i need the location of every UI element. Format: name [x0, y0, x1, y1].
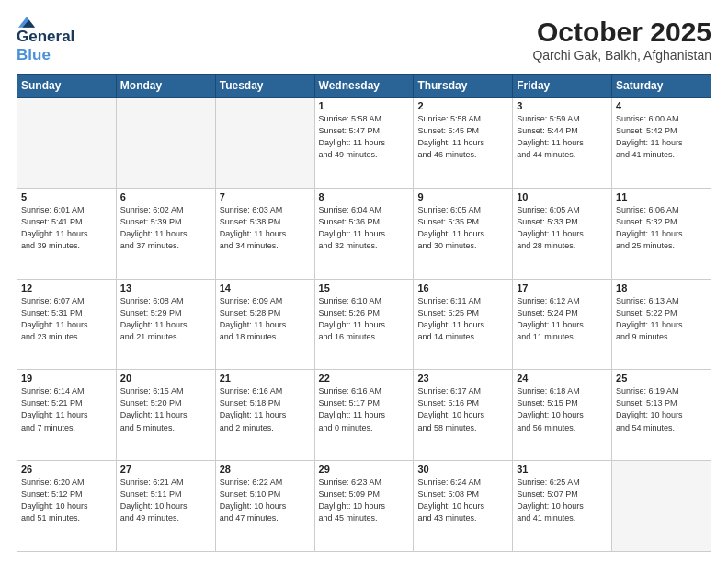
day-number: 12: [21, 282, 112, 293]
table-row: 14Sunrise: 6:09 AMSunset: 5:28 PMDayligh…: [215, 279, 314, 370]
table-row: [612, 461, 711, 552]
day-info: Sunrise: 6:16 AMSunset: 5:18 PMDaylight:…: [220, 385, 311, 433]
day-number: 25: [616, 373, 707, 384]
day-info: Sunrise: 6:17 AMSunset: 5:16 PMDaylight:…: [417, 385, 508, 433]
calendar-week-row: 26Sunrise: 6:20 AMSunset: 5:12 PMDayligh…: [17, 461, 711, 552]
day-info: Sunrise: 6:04 AMSunset: 5:36 PMDaylight:…: [319, 204, 410, 252]
calendar-week-row: 1Sunrise: 5:58 AMSunset: 5:47 PMDaylight…: [17, 98, 711, 189]
day-number: 27: [120, 464, 211, 475]
table-row: 23Sunrise: 6:17 AMSunset: 5:16 PMDayligh…: [414, 370, 513, 461]
day-info: Sunrise: 6:10 AMSunset: 5:26 PMDaylight:…: [319, 295, 410, 343]
page: General Blue October 2025 Qarchi Gak, Ba…: [0, 0, 728, 563]
col-thursday: Thursday: [414, 75, 513, 98]
calendar-table: Sunday Monday Tuesday Wednesday Thursday…: [17, 74, 711, 552]
day-info: Sunrise: 6:16 AMSunset: 5:17 PMDaylight:…: [319, 385, 410, 433]
day-info: Sunrise: 6:22 AMSunset: 5:10 PMDaylight:…: [220, 477, 311, 524]
day-info: Sunrise: 6:05 AMSunset: 5:35 PMDaylight:…: [417, 204, 508, 252]
day-info: Sunrise: 6:06 AMSunset: 5:32 PMDaylight:…: [616, 204, 707, 252]
day-number: 30: [417, 464, 508, 475]
table-row: [116, 98, 215, 189]
calendar-week-row: 5Sunrise: 6:01 AMSunset: 5:41 PMDaylight…: [17, 188, 711, 279]
day-number: 10: [517, 191, 608, 202]
logo-icon: [18, 17, 35, 28]
table-row: 1Sunrise: 5:58 AMSunset: 5:47 PMDaylight…: [314, 98, 414, 189]
day-info: Sunrise: 6:14 AMSunset: 5:21 PMDaylight:…: [21, 385, 112, 433]
day-number: 29: [319, 464, 410, 475]
table-row: 3Sunrise: 5:59 AMSunset: 5:44 PMDaylight…: [513, 98, 612, 189]
table-row: 12Sunrise: 6:07 AMSunset: 5:31 PMDayligh…: [17, 279, 117, 370]
day-number: 8: [319, 191, 410, 202]
table-row: 31Sunrise: 6:25 AMSunset: 5:07 PMDayligh…: [513, 461, 612, 552]
day-number: 15: [319, 282, 410, 293]
day-number: 20: [120, 373, 211, 384]
day-info: Sunrise: 6:02 AMSunset: 5:39 PMDaylight:…: [120, 204, 211, 252]
day-number: 3: [517, 100, 608, 111]
col-sunday: Sunday: [17, 75, 117, 98]
day-number: 6: [120, 191, 211, 202]
day-number: 5: [21, 191, 112, 202]
day-info: Sunrise: 6:00 AMSunset: 5:42 PMDaylight:…: [616, 113, 707, 161]
table-row: 26Sunrise: 6:20 AMSunset: 5:12 PMDayligh…: [17, 461, 117, 552]
table-row: 13Sunrise: 6:08 AMSunset: 5:29 PMDayligh…: [116, 279, 215, 370]
title-block: October 2025 Qarchi Gak, Balkh, Afghanis…: [532, 17, 711, 63]
day-number: 22: [319, 373, 410, 384]
day-info: Sunrise: 6:08 AMSunset: 5:29 PMDaylight:…: [120, 295, 211, 343]
day-info: Sunrise: 6:20 AMSunset: 5:12 PMDaylight:…: [21, 477, 112, 524]
month-title: October 2025: [532, 17, 711, 48]
table-row: 16Sunrise: 6:11 AMSunset: 5:25 PMDayligh…: [414, 279, 513, 370]
day-number: 26: [21, 464, 112, 475]
day-info: Sunrise: 6:13 AMSunset: 5:22 PMDaylight:…: [616, 295, 707, 343]
day-number: 23: [417, 373, 508, 384]
day-number: 14: [220, 282, 311, 293]
calendar-week-row: 19Sunrise: 6:14 AMSunset: 5:21 PMDayligh…: [17, 370, 711, 461]
table-row: 15Sunrise: 6:10 AMSunset: 5:26 PMDayligh…: [314, 279, 414, 370]
table-row: 27Sunrise: 6:21 AMSunset: 5:11 PMDayligh…: [116, 461, 215, 552]
day-info: Sunrise: 6:19 AMSunset: 5:13 PMDaylight:…: [616, 385, 707, 433]
day-number: 13: [120, 282, 211, 293]
day-number: 24: [517, 373, 608, 384]
day-number: 9: [417, 191, 508, 202]
day-number: 11: [616, 191, 707, 202]
day-info: Sunrise: 6:12 AMSunset: 5:24 PMDaylight:…: [517, 295, 608, 343]
day-info: Sunrise: 6:07 AMSunset: 5:31 PMDaylight:…: [21, 295, 112, 343]
table-row: 29Sunrise: 6:23 AMSunset: 5:09 PMDayligh…: [314, 461, 414, 552]
table-row: 10Sunrise: 6:05 AMSunset: 5:33 PMDayligh…: [513, 188, 612, 279]
day-info: Sunrise: 6:23 AMSunset: 5:09 PMDaylight:…: [319, 477, 410, 524]
day-number: 1: [319, 100, 410, 111]
table-row: [215, 98, 314, 189]
logo-blue: Blue: [17, 46, 51, 63]
header: General Blue October 2025 Qarchi Gak, Ba…: [17, 17, 711, 64]
day-info: Sunrise: 6:21 AMSunset: 5:11 PMDaylight:…: [120, 477, 211, 524]
table-row: 30Sunrise: 6:24 AMSunset: 5:08 PMDayligh…: [414, 461, 513, 552]
col-monday: Monday: [116, 75, 215, 98]
day-number: 7: [220, 191, 311, 202]
col-saturday: Saturday: [612, 75, 711, 98]
col-friday: Friday: [513, 75, 612, 98]
calendar-header-row: Sunday Monday Tuesday Wednesday Thursday…: [17, 75, 711, 98]
day-info: Sunrise: 5:58 AMSunset: 5:45 PMDaylight:…: [417, 113, 508, 161]
logo: General Blue: [17, 17, 74, 64]
table-row: 20Sunrise: 6:15 AMSunset: 5:20 PMDayligh…: [116, 370, 215, 461]
day-info: Sunrise: 6:24 AMSunset: 5:08 PMDaylight:…: [417, 477, 508, 524]
day-info: Sunrise: 5:59 AMSunset: 5:44 PMDaylight:…: [517, 113, 608, 161]
logo-general: General: [17, 28, 74, 46]
table-row: 11Sunrise: 6:06 AMSunset: 5:32 PMDayligh…: [612, 188, 711, 279]
day-number: 31: [517, 464, 608, 475]
table-row: 22Sunrise: 6:16 AMSunset: 5:17 PMDayligh…: [314, 370, 414, 461]
day-number: 28: [220, 464, 311, 475]
table-row: 9Sunrise: 6:05 AMSunset: 5:35 PMDaylight…: [414, 188, 513, 279]
table-row: 6Sunrise: 6:02 AMSunset: 5:39 PMDaylight…: [116, 188, 215, 279]
day-number: 16: [417, 282, 508, 293]
col-tuesday: Tuesday: [215, 75, 314, 98]
table-row: 17Sunrise: 6:12 AMSunset: 5:24 PMDayligh…: [513, 279, 612, 370]
table-row: 21Sunrise: 6:16 AMSunset: 5:18 PMDayligh…: [215, 370, 314, 461]
table-row: 5Sunrise: 6:01 AMSunset: 5:41 PMDaylight…: [17, 188, 117, 279]
day-number: 21: [220, 373, 311, 384]
calendar-week-row: 12Sunrise: 6:07 AMSunset: 5:31 PMDayligh…: [17, 279, 711, 370]
table-row: 24Sunrise: 6:18 AMSunset: 5:15 PMDayligh…: [513, 370, 612, 461]
day-number: 17: [517, 282, 608, 293]
day-info: Sunrise: 6:09 AMSunset: 5:28 PMDaylight:…: [220, 295, 311, 343]
table-row: 4Sunrise: 6:00 AMSunset: 5:42 PMDaylight…: [612, 98, 711, 189]
day-info: Sunrise: 6:05 AMSunset: 5:33 PMDaylight:…: [517, 204, 608, 252]
table-row: 28Sunrise: 6:22 AMSunset: 5:10 PMDayligh…: [215, 461, 314, 552]
